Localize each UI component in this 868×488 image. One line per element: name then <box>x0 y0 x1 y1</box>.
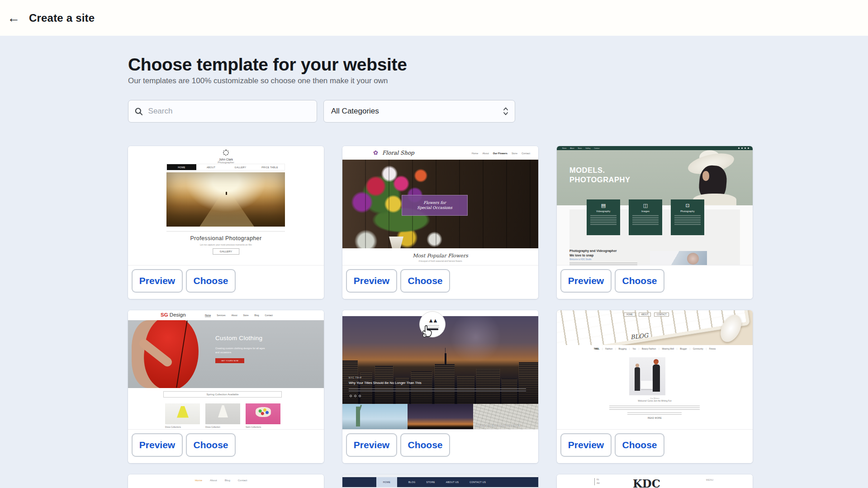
antenna <box>445 348 446 353</box>
mock-caption: Our Writers <box>557 397 753 399</box>
feature-tiles: ▤ Videography ◫ Images ⊡ Photography <box>587 199 704 235</box>
create-site-page: ← Create a site Choose template for your… <box>0 0 868 488</box>
mock-banner: Spring Collection Available <box>163 391 282 398</box>
template-card-partial-3: Kit Ald KDC MENU <box>557 474 753 488</box>
card-actions: Preview Choose <box>557 429 753 463</box>
brand-rest: Design <box>168 312 186 317</box>
mock-nav-item: Home <box>205 314 211 317</box>
banner-line: Flowers for <box>423 200 446 205</box>
template-thumbnail-photographer: John Clark Photographer HOME ABOUT GALLE… <box>128 146 324 265</box>
choose-button[interactable]: Choose <box>400 269 450 293</box>
mock-nav-item: Wearing Well <box>662 348 674 350</box>
search-input[interactable] <box>148 107 310 116</box>
mock-nav: Home About Blog Contact <box>195 479 247 482</box>
statue-of-liberty-thumb <box>342 404 408 429</box>
choose-button[interactable]: Choose <box>615 433 664 457</box>
preview-button[interactable]: Preview <box>560 269 612 293</box>
feature-tile: ◫ Images <box>629 199 662 235</box>
mock-nav-chip: CONTACT <box>654 313 669 317</box>
product-thumbnails <box>165 403 280 424</box>
mock-hero-title: MODELS. PHOTOGRAPHY <box>569 166 630 184</box>
night-sky-thumb <box>408 404 473 429</box>
main-content: Choose template for your website Our tem… <box>128 36 752 488</box>
template-grid: John Clark Photographer HOME ABOUT GALLE… <box>128 146 752 488</box>
search-box[interactable] <box>128 100 317 123</box>
filter-controls: All Categories <box>128 100 752 123</box>
mock-overlay-logo: NYC TRIP <box>349 377 362 379</box>
carousel-dots <box>350 395 361 397</box>
mock-nav-chip: ABOUT <box>639 313 651 317</box>
app-bar: ← Create a site <box>0 0 868 36</box>
template-thumbnail-keyboard: HOME ABOUT CONTACT BLOG TMBL| Fashion| B… <box>557 310 753 429</box>
flower-icon: ✿ <box>373 149 378 156</box>
portrait-photo <box>650 251 707 265</box>
mock-logo-name: John Clark <box>128 158 324 161</box>
preview-button[interactable]: Preview <box>132 433 183 457</box>
section-heading: Choose template for your website <box>128 55 752 75</box>
red-dress <box>140 320 203 388</box>
card-actions: Preview Choose <box>342 265 538 299</box>
category-select[interactable]: All Categories <box>323 100 515 123</box>
card-actions: Preview Choose <box>128 265 324 299</box>
paragraph-lines <box>569 261 637 265</box>
brand-accent: SG <box>161 312 168 317</box>
blog-thumbnails: Welcome to Our Blog Feature: First 5 Plu… <box>342 404 538 429</box>
mock-gallery-button: GALLERY <box>213 248 240 255</box>
choose-button[interactable]: Choose <box>186 433 236 457</box>
tile-text-lines <box>632 215 659 225</box>
mock-nav-item: Blogging <box>619 348 627 350</box>
face-closeup <box>687 253 699 265</box>
mock-nav-item: Contact <box>265 314 273 317</box>
mock-section-title: Photography and Videographer <box>569 249 617 252</box>
chevron-up-down-icon <box>503 107 508 116</box>
mock-subtext: A bouquet of fresh seasonal and harvest … <box>342 260 538 262</box>
video-icon: ▤ <box>587 203 620 208</box>
mock-section-link: Welcome to KDC Studio <box>569 258 591 261</box>
person-silhouette <box>635 367 640 391</box>
mock-banner: Flowers for Special Occasions <box>402 195 468 216</box>
mock-nav-item: Blog <box>225 479 230 482</box>
mock-heading: Professional Photographer <box>128 235 324 242</box>
walking-figure <box>226 192 227 195</box>
mock-subtext: Let me capture your most precious moment… <box>128 243 324 246</box>
mock-nav-item-active: HOME <box>376 477 397 487</box>
mock-hero-title: Custom Clothing <box>215 335 262 341</box>
mock-section-subtitle: We love to snap <box>569 254 593 257</box>
choose-button[interactable]: Choose <box>400 433 450 457</box>
office-photo <box>629 357 665 395</box>
mock-menu-label: MENU <box>706 479 714 481</box>
choose-button[interactable]: Choose <box>615 269 664 293</box>
template-card-floral-shop: ✿ Floral Shop Home About Our Flowers Sto… <box>342 146 538 299</box>
card-actions: Preview Choose <box>557 265 753 299</box>
preview-button[interactable]: Preview <box>346 433 397 457</box>
mock-side-links: Kit Ald <box>594 478 600 485</box>
preview-button[interactable]: Preview <box>346 269 397 293</box>
mock-nav-item: Home <box>195 479 202 482</box>
section-subheading: Our templates are 100% customizable so c… <box>128 76 752 85</box>
template-thumbnail-sg-design: SG Design Home Services About Store Blog… <box>128 310 324 429</box>
preview-button[interactable]: Preview <box>560 433 612 457</box>
back-arrow-icon[interactable]: ← <box>4 8 24 28</box>
mock-nav-item: About <box>570 147 574 149</box>
mock-nav-item: STORE <box>427 481 435 483</box>
tile-label: Images <box>629 210 662 213</box>
tile-text-lines <box>674 215 701 225</box>
camera-shutter-icon <box>223 150 229 156</box>
mock-nav-item: Gallery <box>585 147 590 149</box>
paragraph-lines <box>609 404 700 410</box>
mock-nav-item: BLOG <box>408 481 416 483</box>
product-captions: Dress Collections Dress Collection Swim … <box>165 426 280 428</box>
preview-button[interactable]: Preview <box>132 269 183 293</box>
mock-brand: SG Design <box>161 312 186 317</box>
mock-nav-item: HOME <box>167 164 196 170</box>
choose-button[interactable]: Choose <box>186 269 236 293</box>
product-caption: Swim Collections <box>246 426 280 428</box>
mock-nav-item: About <box>232 314 237 317</box>
mock-nav: Home About News Gallery Contact <box>557 146 753 150</box>
divider <box>166 231 285 232</box>
mock-subcaption: Welcome! Come Join the Writing Fun <box>557 400 753 402</box>
mock-nav-item: GALLERY <box>226 164 255 170</box>
template-thumbnail-floral: ✿ Floral Shop Home About Our Flowers Sto… <box>342 146 538 265</box>
mock-nav-chip: HOME <box>624 313 636 317</box>
mock-nav: Home About Our Flowers Store Contact <box>472 152 530 155</box>
